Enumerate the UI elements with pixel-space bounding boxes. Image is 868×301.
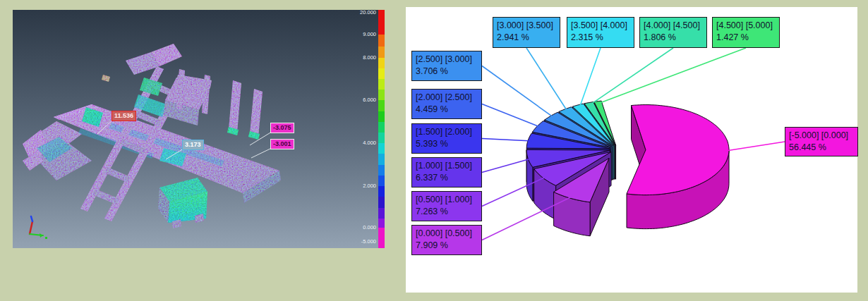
pie-callout-label[interactable]: [0.500] [1.000]7.263 % bbox=[411, 191, 482, 221]
pie-callout-label[interactable]: [1.500] [2.000]5.393 % bbox=[411, 123, 482, 154]
pie-label-percent: 1.427 % bbox=[716, 32, 776, 44]
pie-label-range: [0.500] [1.000] bbox=[416, 194, 478, 206]
pie-label-range: [0.000] [0.500] bbox=[416, 228, 478, 240]
deviation-3d-viewport[interactable]: 11.5363.173-3.075-3.001 20.0009.0008.000… bbox=[13, 10, 385, 248]
pie-slice-cut-wall[interactable] bbox=[556, 152, 611, 219]
pie-slice[interactable] bbox=[572, 104, 614, 146]
pie-callout-label[interactable]: [1.000] [1.500]6.337 % bbox=[411, 157, 482, 188]
pie-slice-cut-wall[interactable] bbox=[559, 112, 613, 180]
pie-callout-label[interactable]: [0.000] [0.500]7.909 % bbox=[411, 225, 482, 255]
axis-triad-icon bbox=[30, 216, 47, 239]
deviation-distribution-pie-panel: [-5.000] [0.000]56.445 %[0.000] [0.500]7… bbox=[406, 7, 857, 293]
pie-slice-rim-wall[interactable] bbox=[526, 150, 533, 201]
colorbar-tick-label: 4.000 bbox=[345, 140, 376, 146]
colorbar-tick-label: 2.000 bbox=[345, 183, 376, 189]
pie-slice[interactable] bbox=[584, 102, 615, 146]
pie-label-range: [4.500] [5.000] bbox=[716, 20, 776, 32]
pie-callout-label[interactable]: [4.000] [4.500]1.806 % bbox=[639, 17, 707, 48]
pie-slice-cut-wall[interactable] bbox=[526, 148, 610, 183]
pie-label-range: [2.500] [3.000] bbox=[416, 54, 478, 66]
pie-label-range: [2.000] [2.500] bbox=[416, 92, 478, 104]
measurement-annotation[interactable]: -3.001 bbox=[270, 139, 294, 149]
pie-label-percent: 7.909 % bbox=[416, 240, 478, 252]
colorbar-tick-label: 9.000 bbox=[345, 32, 376, 37]
pie-slice-cut-wall[interactable] bbox=[590, 159, 609, 236]
colorbar-tick-label: 0.000 bbox=[345, 225, 376, 231]
pie-slice-rim-wall[interactable] bbox=[554, 192, 591, 236]
pie-slice[interactable] bbox=[559, 107, 613, 146]
pie-label-percent: 3.706 % bbox=[416, 66, 478, 78]
pie-leader-line bbox=[482, 104, 541, 128]
pie-slice[interactable] bbox=[526, 149, 610, 167]
pie-slice[interactable] bbox=[594, 101, 616, 145]
pie-slice-cut-wall[interactable] bbox=[632, 106, 646, 184]
pie-slice[interactable] bbox=[545, 112, 612, 147]
pie-slice[interactable] bbox=[526, 133, 610, 149]
measurement-annotation[interactable]: -3.075 bbox=[270, 123, 294, 133]
pie-slice-cut-wall[interactable] bbox=[545, 120, 612, 180]
pie-leader-line bbox=[482, 66, 554, 118]
pie-slice[interactable] bbox=[534, 152, 611, 185]
pie-slice[interactable] bbox=[532, 121, 610, 148]
deviation-model-render bbox=[13, 10, 385, 248]
colorbar-tick-label: -5.000 bbox=[345, 239, 376, 245]
pie-label-percent: 7.263 % bbox=[416, 206, 478, 218]
measurement-annotation[interactable]: 11.536 bbox=[111, 111, 136, 121]
pie-label-percent: 2.941 % bbox=[497, 32, 556, 44]
pie-label-range: [1.000] [1.500] bbox=[416, 160, 478, 172]
pie-callout-label[interactable]: [3.500] [4.000]2.315 % bbox=[567, 17, 634, 48]
measurement-annotation[interactable]: 3.173 bbox=[182, 140, 204, 150]
pie-slice-cut-wall[interactable] bbox=[532, 132, 610, 181]
pie-callout-label[interactable]: [2.000] [2.500]4.459 % bbox=[411, 89, 482, 119]
pie-leader-line bbox=[598, 48, 746, 104]
pie-callout-label[interactable]: [-5.000] [0.000]56.445 % bbox=[785, 127, 858, 156]
colorbar[interactable] bbox=[378, 10, 385, 248]
pie-slice-rim-wall[interactable] bbox=[627, 150, 729, 229]
pie-leader-line bbox=[482, 139, 532, 142]
colorbar-tick-label: 20.000 bbox=[345, 10, 376, 16]
report-canvas: { "canvas": { "background": "#C8D1AC" },… bbox=[0, 0, 868, 301]
pie-slice-rim-wall[interactable] bbox=[534, 169, 556, 220]
pie-leader-line bbox=[579, 48, 601, 107]
pie-slice[interactable] bbox=[627, 105, 729, 195]
pie-leader-line bbox=[590, 48, 673, 105]
colorbar-tick-label: 6.000 bbox=[345, 97, 376, 103]
pie-label-range: [1.500] [2.000] bbox=[416, 126, 478, 138]
pie-slice-cut-wall[interactable] bbox=[572, 106, 614, 179]
pie-slice-cut-wall[interactable] bbox=[584, 104, 615, 180]
pie-label-percent: 6.337 % bbox=[416, 172, 478, 184]
colorbar-tick-label: 8.000 bbox=[345, 55, 376, 61]
pie-label-range: [-5.000] [0.000] bbox=[789, 130, 854, 142]
pie-label-range: [3.500] [4.000] bbox=[571, 20, 630, 32]
pie-callout-label[interactable]: [4.500] [5.000]1.427 % bbox=[712, 17, 780, 48]
pie-label-percent: 56.445 % bbox=[789, 142, 854, 154]
pie-callout-label[interactable]: [3.000] [3.500]2.941 % bbox=[493, 17, 560, 48]
pie-callout-label[interactable]: [2.500] [3.000]3.706 % bbox=[411, 51, 482, 81]
pie-slice-cut-wall[interactable] bbox=[533, 150, 610, 201]
pie-label-percent: 5.393 % bbox=[416, 138, 478, 150]
pie-slice[interactable] bbox=[554, 159, 609, 202]
pie-label-range: [4.000] [4.500] bbox=[644, 20, 703, 32]
pie-label-percent: 2.315 % bbox=[571, 32, 630, 44]
pie-leader-line bbox=[482, 197, 572, 240]
pie-leader-line bbox=[482, 177, 547, 207]
pie-leader-line bbox=[526, 48, 567, 111]
pie-label-percent: 1.806 % bbox=[644, 32, 703, 44]
pie-slice-cut-wall[interactable] bbox=[594, 102, 616, 179]
pie-leader-line bbox=[482, 159, 532, 173]
pie-label-percent: 4.459 % bbox=[416, 104, 478, 116]
pie-label-range: [3.000] [3.500] bbox=[497, 20, 556, 32]
steel-structure-model bbox=[23, 44, 281, 228]
pie-leader-line bbox=[725, 142, 785, 151]
